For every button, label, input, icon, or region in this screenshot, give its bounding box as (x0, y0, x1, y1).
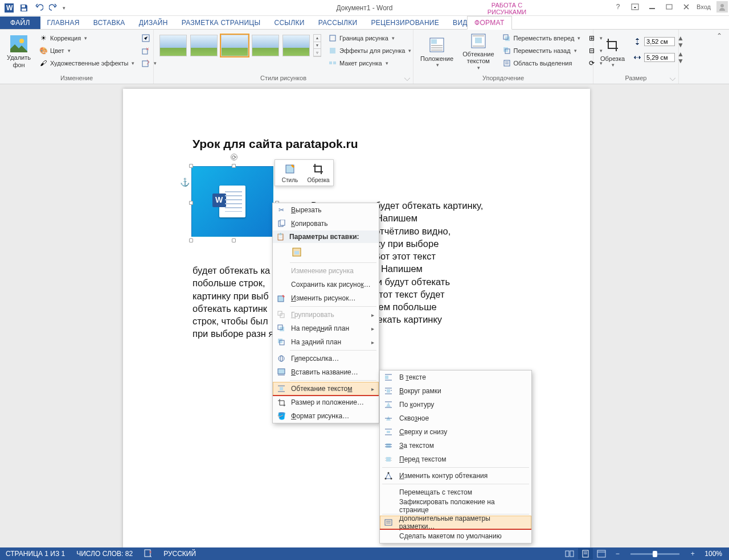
zoom-slider[interactable] (630, 553, 679, 555)
bring-forward-button[interactable]: Переместить вперед▾ (500, 32, 583, 44)
redo-icon[interactable] (47, 1, 60, 15)
ctx-insert-caption[interactable]: Вставить название… (273, 365, 379, 379)
resize-handle[interactable] (189, 238, 193, 242)
mini-style-button[interactable]: Стиль (277, 162, 302, 183)
tab-design[interactable]: ДИЗАЙН (132, 17, 175, 29)
help-icon[interactable]: ? (611, 1, 625, 13)
style-thumb[interactable] (252, 35, 279, 56)
selection-pane-button[interactable]: Область выделения (500, 57, 583, 69)
status-language[interactable]: РУССКИЙ (158, 550, 202, 558)
minimize-icon[interactable] (645, 1, 659, 13)
svg-point-76 (391, 478, 392, 480)
wrap-in-front[interactable]: Перед текстом (380, 452, 531, 466)
crop-button[interactable]: Обрезка▾ (597, 32, 628, 72)
mini-crop-button[interactable]: Обрезка (306, 162, 331, 183)
rotate-handle[interactable]: ⟳ (231, 154, 237, 160)
resize-handle[interactable] (189, 201, 193, 205)
remove-background-button[interactable]: Удалить фон (3, 32, 34, 72)
zoom-thumb[interactable] (653, 551, 657, 557)
ctx-cut[interactable]: ✂Вырезать (273, 203, 379, 217)
tab-insert[interactable]: ВСТАВКА (87, 17, 132, 29)
maximize-icon[interactable] (662, 1, 676, 13)
artistic-effects-button[interactable]: 🖌Художественные эффекты▾ (36, 57, 137, 69)
svg-point-75 (388, 472, 390, 474)
tab-mailings[interactable]: РАССЫЛКИ (312, 17, 364, 29)
gallery-scroll[interactable]: ▴▾▿ (313, 34, 321, 57)
ribbon-display-icon[interactable] (628, 1, 642, 13)
ctx-send-to-back[interactable]: На задний план▸ (273, 335, 379, 349)
ctx-bring-to-front[interactable]: На передний план▸ (273, 322, 379, 335)
ctx-edit-picture[interactable]: Изменить рисунок… (273, 291, 379, 305)
style-thumb[interactable] (159, 35, 187, 56)
tab-references[interactable]: ССЫЛКИ (267, 17, 311, 29)
wrap-square[interactable]: Вокруг рамки (380, 384, 531, 398)
undo-icon[interactable] (32, 1, 46, 15)
tab-format[interactable]: ФОРМАТ (467, 16, 512, 30)
view-read-icon[interactable] (562, 548, 577, 559)
svg-rect-78 (385, 520, 392, 525)
svg-rect-82 (566, 551, 569, 557)
wrap-text-button[interactable]: Обтекание текстом▾ (459, 32, 497, 72)
ctx-hyperlink[interactable]: Гиперссылка… (273, 352, 379, 365)
status-word-count[interactable]: ЧИСЛО СЛОВ: 82 (71, 550, 138, 558)
anchor-icon[interactable]: ⚓ (180, 178, 188, 186)
close-icon[interactable] (679, 1, 693, 13)
wrap-fix-position[interactable]: Зафиксировать положение на странице (380, 499, 531, 513)
tab-home[interactable]: ГЛАВНАЯ (40, 17, 87, 29)
view-web-icon[interactable] (594, 548, 609, 559)
height-field[interactable] (644, 37, 675, 46)
wrap-move-with-text[interactable]: Перемещать с текстом (380, 485, 531, 499)
wrap-behind[interactable]: За текстом (380, 439, 531, 452)
style-thumb[interactable] (282, 35, 310, 56)
zoom-in-icon[interactable]: + (685, 548, 700, 559)
send-backward-button[interactable]: Переместить назад▾ (500, 44, 583, 57)
wrap-top-bottom[interactable]: Сверху и снизу (380, 425, 531, 439)
tab-page-layout[interactable]: РАЗМЕТКА СТРАНИЦЫ (175, 17, 268, 29)
tab-file[interactable]: ФАЙЛ (0, 17, 40, 29)
picture-effects-button[interactable]: Эффекты для рисунка▾ (326, 44, 413, 57)
picture-layout-button[interactable]: Макет рисунка▾ (326, 57, 413, 69)
tab-review[interactable]: РЕЦЕНЗИРОВАНИЕ (364, 17, 446, 29)
zoom-out-icon[interactable]: − (610, 548, 625, 559)
view-print-icon[interactable] (578, 548, 593, 559)
height-input[interactable]: ▲▼ (630, 35, 686, 48)
picture-border-button[interactable]: Граница рисунка▾ (326, 32, 413, 44)
qat-customize-icon[interactable]: ▾ (63, 5, 65, 11)
ctx-change-picture: Изменение рисунка (273, 264, 379, 278)
wrap-through[interactable]: Сквозное (380, 411, 531, 425)
wrap-edit-points[interactable]: Изменить контур обтекания (380, 469, 531, 483)
ctx-wrap-text[interactable]: Обтекание текстом▸ (273, 382, 379, 396)
width-field[interactable] (644, 53, 675, 62)
position-button[interactable]: Положение▾ (417, 32, 457, 72)
group-label-adjust: Изменение (3, 73, 150, 83)
ctx-copy[interactable]: Копировать (273, 217, 379, 230)
picture-styles-gallery[interactable]: ▴▾▿ (157, 32, 323, 59)
collapse-ribbon-icon[interactable]: ⌃ (713, 30, 726, 42)
wrap-more-layout-options[interactable]: Дополнительные параметры разметки… (380, 516, 531, 529)
resize-handle[interactable] (232, 164, 236, 168)
signin-link[interactable]: Вход (697, 3, 711, 10)
style-thumb-selected[interactable] (221, 35, 248, 56)
status-page[interactable]: СТРАНИЦА 1 ИЗ 1 (0, 550, 71, 558)
ctx-size-position[interactable]: Размер и положение… (273, 396, 379, 409)
paste-option-picture[interactable] (290, 245, 304, 259)
selected-picture[interactable]: ⚓ ⟳ (191, 166, 277, 240)
wrap-tight[interactable]: По контуру (380, 398, 531, 411)
ctx-save-as-picture[interactable]: Сохранить как рисунок… (273, 278, 379, 291)
wrap-inline[interactable]: В тексте (380, 370, 531, 384)
word-app-icon[interactable]: W (2, 1, 16, 15)
width-input[interactable]: ▲▼ (630, 51, 686, 64)
corrections-button[interactable]: ☀Коррекция▾ (36, 32, 137, 44)
status-spellcheck-icon[interactable] (138, 549, 158, 559)
svg-marker-60 (386, 402, 391, 407)
style-thumb[interactable] (190, 35, 218, 56)
resize-handle[interactable] (189, 164, 193, 168)
resize-handle[interactable] (232, 238, 236, 242)
zoom-level[interactable]: 100% (701, 550, 726, 558)
color-button[interactable]: 🎨Цвет▾ (36, 44, 137, 57)
wrap-set-default[interactable]: Сделать макетом по умолчанию (380, 529, 531, 543)
avatar-icon[interactable] (716, 1, 728, 13)
save-icon[interactable] (17, 1, 31, 15)
ctx-format-picture[interactable]: 🪣Формат рисунка… (273, 409, 379, 423)
svg-rect-15 (329, 61, 332, 64)
